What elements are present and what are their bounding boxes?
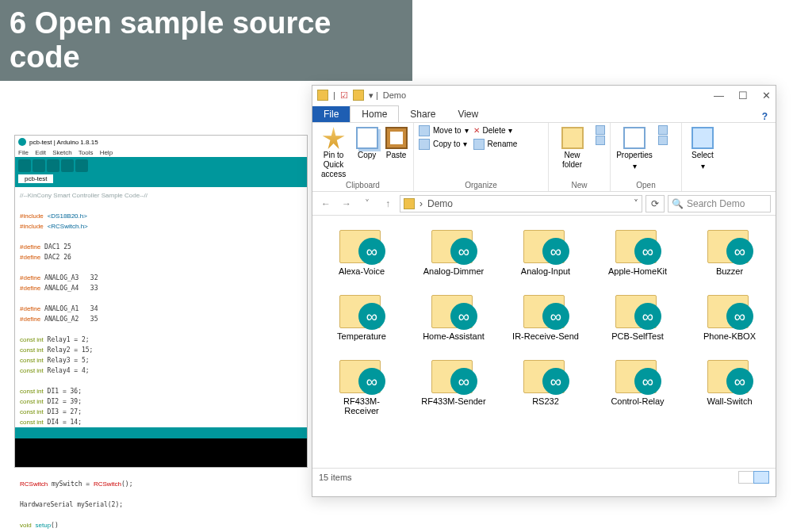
ribbon-tabs: File Home Share View ? xyxy=(312,105,776,122)
forward-button[interactable]: → xyxy=(338,198,355,209)
menu-file[interactable]: File xyxy=(18,149,29,156)
refresh-button[interactable]: ⟳ xyxy=(646,195,665,212)
arduino-folder-icon xyxy=(615,225,660,263)
maximize-button[interactable]: ☐ xyxy=(738,90,748,101)
icons-view-button[interactable] xyxy=(753,471,769,484)
folder-item[interactable]: PCB-SelfTest xyxy=(603,290,672,341)
arduino-folder-icon xyxy=(523,355,568,393)
file-explorer-window: | ☑ ▾ | Demo — ☐ ✕ File Home Share View … xyxy=(312,85,776,497)
folder-label: Wall-Switch xyxy=(707,396,752,406)
tab-share[interactable]: Share xyxy=(399,106,446,122)
arduino-folder-icon xyxy=(615,355,660,393)
pin-quick-access-button[interactable]: Pin to Quick access xyxy=(317,125,350,179)
menu-help[interactable]: Help xyxy=(100,149,113,156)
new-button[interactable] xyxy=(47,159,59,172)
search-input[interactable]: 🔍 Search Demo xyxy=(668,195,771,212)
paste-button[interactable]: Paste xyxy=(384,125,408,160)
folder-icon xyxy=(404,198,415,209)
select-button[interactable]: Select▾ xyxy=(687,125,718,171)
folder-label: RS232 xyxy=(532,396,559,406)
step-banner: 6 Open sample source code xyxy=(0,0,412,81)
verify-button[interactable] xyxy=(18,159,31,172)
arduino-folder-icon xyxy=(339,290,384,328)
recent-button[interactable]: ˅ xyxy=(358,198,376,209)
folder-item[interactable]: Buzzer xyxy=(695,225,764,276)
group-organize-label: Organize xyxy=(419,181,543,189)
upload-button[interactable] xyxy=(33,159,45,172)
move-to-button[interactable]: Move to ▾ xyxy=(419,125,469,136)
folder-item[interactable]: Apple-HomeKit xyxy=(603,225,672,276)
folder-label: RF433M-Receiver xyxy=(327,396,396,415)
menu-sketch[interactable]: Sketch xyxy=(52,149,71,156)
qat-dropdown-icon[interactable]: ▾ | xyxy=(369,90,378,101)
folder-item[interactable]: Home-Assistant xyxy=(419,290,488,341)
easy-access-button[interactable] xyxy=(596,136,605,145)
folder-item[interactable]: Temperature xyxy=(327,290,396,341)
group-new-label: New xyxy=(554,181,605,189)
explorer-qat: | ☑ ▾ | Demo — ☐ ✕ xyxy=(312,86,776,105)
folder-label: IR-Receive-Send xyxy=(512,331,579,341)
help-icon[interactable]: ? xyxy=(762,111,768,122)
arduino-folder-icon xyxy=(431,355,476,393)
properties-button[interactable]: Properties▾ xyxy=(615,125,653,171)
open-button[interactable] xyxy=(658,125,668,135)
qat-divider: | xyxy=(333,90,335,100)
breadcrumb-dropdown-icon[interactable]: ˅ xyxy=(634,198,638,209)
breadcrumb-sep: › xyxy=(419,198,423,209)
arduino-folder-icon xyxy=(431,225,476,263)
delete-button[interactable]: ✕Delete ▾ xyxy=(473,125,518,136)
copy-to-button[interactable]: Copy to ▾ xyxy=(419,139,469,150)
item-count: 15 items xyxy=(319,473,352,482)
arduino-logo-icon xyxy=(18,138,26,146)
arduino-folder-icon xyxy=(523,225,568,263)
folder-item[interactable]: RS232 xyxy=(511,355,580,415)
minimize-button[interactable]: — xyxy=(714,90,724,101)
folder-item[interactable]: Analog-Dimmer xyxy=(419,225,488,276)
up-button[interactable]: ↑ xyxy=(379,198,396,209)
rename-button[interactable]: Rename xyxy=(473,139,518,150)
new-item-button[interactable] xyxy=(596,125,605,135)
tab-file[interactable]: File xyxy=(312,106,350,122)
copy-button[interactable]: Copy xyxy=(354,125,379,160)
folder-item[interactable]: Control-Relay xyxy=(603,355,672,415)
folder-grid[interactable]: Alexa-VoiceAnalog-DimmerAnalog-InputAppl… xyxy=(312,216,776,468)
qat-check-icon[interactable]: ☑ xyxy=(340,90,348,101)
folder-item[interactable]: Wall-Switch xyxy=(695,355,764,415)
menu-tools[interactable]: Tools xyxy=(79,149,94,156)
folder-item[interactable]: RF433M-Receiver xyxy=(327,355,396,415)
arduino-menubar[interactable]: File Edit Sketch Tools Help xyxy=(15,148,307,157)
folder-label: Phone-KBOX xyxy=(703,331,756,341)
folder-item[interactable]: Alexa-Voice xyxy=(327,225,396,276)
menu-edit[interactable]: Edit xyxy=(35,149,46,156)
arduino-ide-window: pcb-test | Arduino 1.8.15 File Edit Sket… xyxy=(14,135,308,468)
sketch-tab[interactable]: pcb-test xyxy=(18,174,53,183)
arduino-folder-icon xyxy=(615,290,660,328)
folder-item[interactable]: IR-Receive-Send xyxy=(511,290,580,341)
history-button[interactable] xyxy=(658,136,668,145)
code-editor[interactable]: //--KinCony Smart Controller Sample Code… xyxy=(15,187,307,532)
ribbon: Pin to Quick access Copy Paste Clipboard… xyxy=(312,122,776,192)
arduino-toolbar xyxy=(15,157,307,174)
folder-label: RF433M-Sender xyxy=(421,396,485,406)
folder-label: Temperature xyxy=(337,331,386,341)
breadcrumb-folder[interactable]: Demo xyxy=(427,198,453,209)
close-button[interactable]: ✕ xyxy=(762,90,771,101)
new-folder-button[interactable]: New folder xyxy=(554,125,591,170)
details-view-button[interactable] xyxy=(738,471,754,484)
save-button[interactable] xyxy=(75,159,88,172)
open-button[interactable] xyxy=(61,159,74,172)
folder-item[interactable]: RF433M-Sender xyxy=(419,355,488,415)
back-button[interactable]: ← xyxy=(317,198,335,209)
arduino-title: pcb-test | Arduino 1.8.15 xyxy=(29,139,98,146)
qat-title: Demo xyxy=(383,90,406,100)
folder-label: Analog-Dimmer xyxy=(423,266,484,276)
group-open-label: Open xyxy=(615,181,676,189)
address-bar[interactable]: › Demo ˅ xyxy=(400,195,642,212)
folder-item[interactable]: Analog-Input xyxy=(511,225,580,276)
arduino-folder-icon xyxy=(339,225,384,263)
tab-view[interactable]: View xyxy=(446,106,489,122)
arduino-folder-icon xyxy=(339,355,384,393)
tab-home[interactable]: Home xyxy=(350,105,399,122)
folder-item[interactable]: Phone-KBOX xyxy=(695,290,764,341)
folder-label: Control-Relay xyxy=(611,396,664,406)
